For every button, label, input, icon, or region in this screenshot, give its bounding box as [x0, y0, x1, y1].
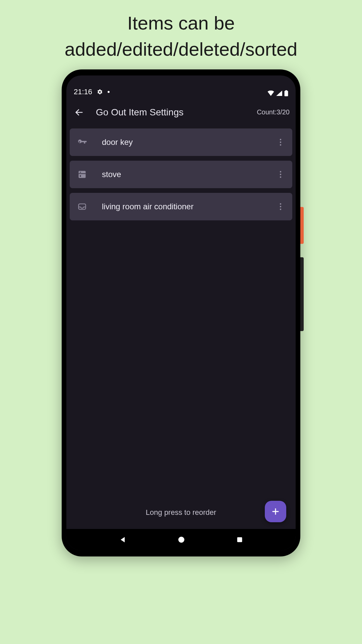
item-list: door key stove living room air conditi [66, 126, 296, 529]
list-item-label: door key [102, 138, 276, 147]
settings-status-icon [97, 89, 103, 95]
page-title: Go Out Item Settings [96, 107, 257, 118]
caption-line-1: Items can be [65, 10, 297, 36]
svg-point-10 [280, 171, 281, 172]
svg-point-19 [178, 537, 184, 543]
svg-rect-9 [80, 175, 81, 177]
battery-icon [284, 90, 288, 96]
svg-point-15 [280, 206, 281, 207]
inbox-icon [76, 201, 88, 212]
svg-point-3 [280, 139, 281, 140]
more-options-button[interactable] [276, 200, 286, 213]
list-item-label: stove [102, 170, 276, 179]
svg-point-14 [280, 203, 281, 205]
list-item[interactable]: stove [70, 161, 292, 188]
app-bar: Go Out Item Settings Count:3/20 [66, 99, 296, 126]
caption-line-2: added/edited/deleted/sorted [65, 36, 297, 62]
phone-volume-button [300, 257, 304, 331]
appliance-icon [76, 169, 88, 180]
svg-point-16 [280, 209, 281, 210]
svg-rect-20 [237, 537, 242, 542]
more-options-button[interactable] [276, 168, 286, 181]
android-nav-bar [66, 529, 296, 550]
nav-back-button[interactable] [119, 536, 127, 544]
reorder-hint: Long press to reorder [66, 508, 296, 517]
list-item[interactable]: door key [70, 128, 292, 156]
svg-rect-8 [80, 172, 81, 172]
wifi-icon [267, 91, 274, 96]
status-dot-icon [108, 91, 110, 93]
key-icon [76, 137, 88, 148]
nav-recents-button[interactable] [236, 536, 243, 543]
cell-signal-icon [276, 91, 282, 96]
phone-frame: 21:16 Go Out I [62, 69, 300, 556]
status-time: 21:16 [74, 88, 92, 96]
phone-screen: 21:16 Go Out I [66, 75, 296, 550]
svg-rect-1 [285, 90, 287, 91]
svg-rect-6 [79, 171, 86, 178]
list-item-label: living room air conditioner [102, 202, 276, 211]
back-button[interactable] [72, 106, 86, 119]
svg-point-4 [280, 142, 281, 143]
svg-rect-0 [285, 91, 288, 96]
promo-caption: Items can be added/edited/deleted/sorted [51, 10, 311, 63]
svg-point-5 [280, 144, 281, 146]
svg-point-11 [280, 174, 281, 175]
more-options-button[interactable] [276, 136, 286, 149]
item-count: Count:3/20 [257, 108, 290, 116]
nav-home-button[interactable] [177, 536, 185, 544]
status-bar: 21:16 [66, 75, 296, 99]
list-item[interactable]: living room air conditioner [70, 193, 292, 220]
svg-point-12 [280, 176, 281, 178]
phone-power-button [300, 207, 304, 244]
add-item-button[interactable] [265, 501, 286, 522]
svg-rect-7 [79, 173, 86, 174]
